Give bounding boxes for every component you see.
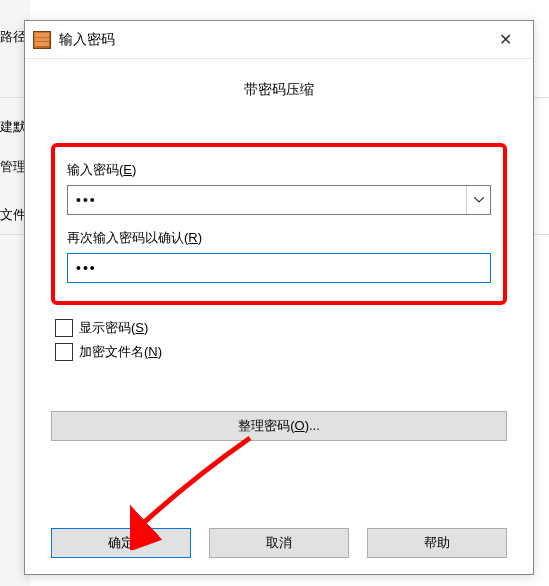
titlebar: 输入密码 ✕	[25, 21, 533, 59]
bg-sidebar-item: 建默	[0, 118, 26, 136]
show-password-row: 显示密码(S)	[55, 319, 507, 337]
show-password-label[interactable]: 显示密码(S)	[79, 319, 148, 337]
encrypt-filenames-label[interactable]: 加密文件名(N)	[79, 343, 162, 361]
winrar-icon	[33, 31, 51, 49]
bg-sidebar-item: 文件	[0, 206, 26, 224]
confirm-password-input[interactable]	[68, 254, 490, 282]
dialog-title: 输入密码	[59, 31, 485, 49]
chevron-down-icon	[474, 197, 484, 203]
ok-button[interactable]: 确定	[51, 528, 191, 558]
show-password-checkbox[interactable]	[55, 319, 73, 337]
close-button[interactable]: ✕	[485, 25, 525, 55]
confirm-password-label: 再次输入密码以确认(R)	[67, 229, 491, 247]
encrypt-filenames-checkbox[interactable]	[55, 343, 73, 361]
password-dialog: 输入密码 ✕ 带密码压缩 输入密码(E) 再次输入密码以确认(R)	[24, 20, 534, 575]
password-input-wrap	[67, 185, 491, 215]
password-input[interactable]	[68, 186, 466, 214]
bg-sidebar-item: 管理	[0, 158, 26, 176]
password-history-dropdown[interactable]	[466, 186, 490, 214]
encrypt-filenames-row: 加密文件名(N)	[55, 343, 507, 361]
close-icon: ✕	[499, 30, 512, 49]
dialog-content: 带密码压缩 输入密码(E) 再次输入密码以确认(R) 显示密码(S)	[25, 59, 533, 459]
organize-passwords-button[interactable]: 整理密码(O)...	[51, 411, 507, 441]
highlight-annotation: 输入密码(E) 再次输入密码以确认(R)	[51, 143, 507, 305]
section-title: 带密码压缩	[51, 81, 507, 99]
bg-path-text: 路径	[0, 28, 26, 46]
help-button[interactable]: 帮助	[367, 528, 507, 558]
password-label: 输入密码(E)	[67, 161, 491, 179]
dialog-footer: 确定 取消 帮助	[51, 528, 507, 558]
confirm-password-input-wrap	[67, 253, 491, 283]
cancel-button[interactable]: 取消	[209, 528, 349, 558]
